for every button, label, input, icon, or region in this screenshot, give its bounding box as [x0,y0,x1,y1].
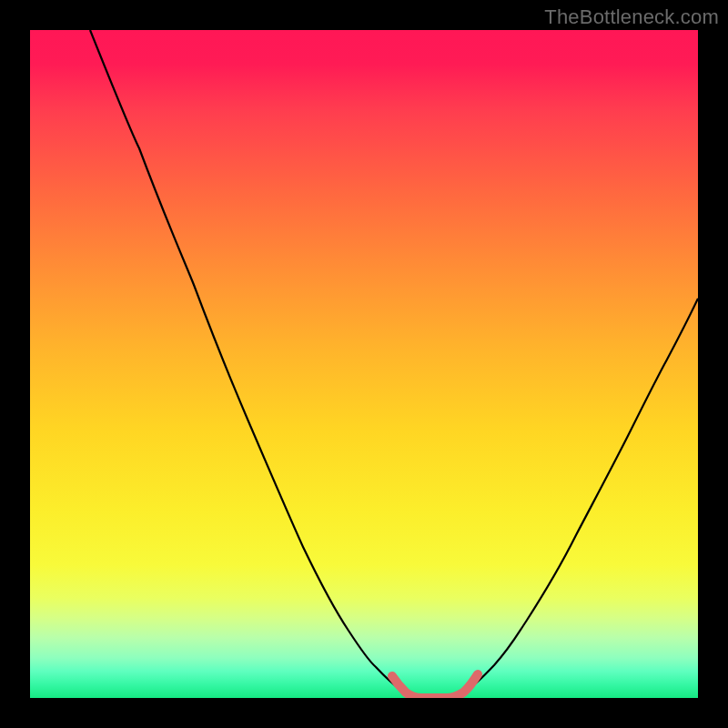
chart-frame: TheBottleneck.com [0,0,728,728]
main-curve [90,30,698,697]
plot-area [30,30,698,698]
trough-highlight [392,674,478,698]
watermark-text: TheBottleneck.com [544,5,719,29]
chart-svg [30,30,698,698]
